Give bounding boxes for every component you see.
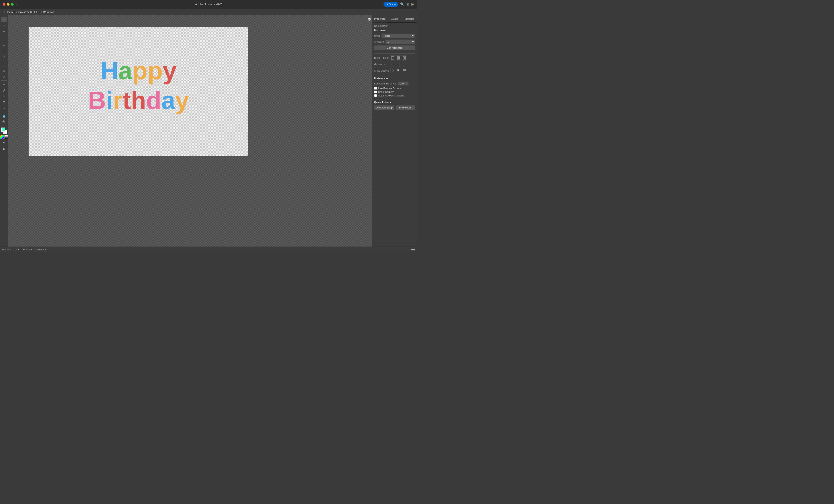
preferences-section-title: Preferences	[374, 77, 415, 80]
pencil-tool[interactable]: ✏	[1, 82, 7, 87]
eyedropper-tool[interactable]: 💧	[1, 113, 7, 119]
preferences-button[interactable]: Preferences	[395, 105, 415, 110]
magic-wand-tool[interactable]: ✦	[1, 28, 7, 34]
scale-tool[interactable]: ⤢	[1, 74, 7, 79]
blob-brush-icon: ⬡	[3, 95, 5, 97]
zoom-level[interactable]: 38.4% ▾	[2, 248, 11, 251]
svg-point-23	[398, 70, 399, 71]
artboard-select[interactable]: 1	[385, 39, 415, 44]
color-mode-btn[interactable]	[0, 135, 4, 139]
scissors-tool[interactable]: ✂	[1, 105, 7, 111]
eraser-icon: ⊡	[3, 100, 5, 104]
snap-to-grid-icon[interactable]	[396, 68, 401, 73]
eyedropper-icon: 💧	[2, 114, 6, 118]
svg-rect-10	[404, 56, 406, 58]
app-title: Adobe Illustrator 2022	[195, 3, 222, 6]
swap-fill-stroke[interactable]: ⇄	[1, 140, 7, 145]
units-select[interactable]: Pixels	[381, 33, 415, 38]
letter-t: t	[123, 86, 131, 114]
scale-corners-label[interactable]: Scale Corners	[378, 91, 394, 93]
line-tool[interactable]: ╱	[1, 54, 7, 60]
share-icon: ⬆	[386, 3, 388, 6]
letter-y2: y	[175, 86, 189, 114]
use-preview-bounds-row: Use Preview Bounds	[374, 87, 415, 90]
guides-icons	[383, 62, 400, 67]
share-button[interactable]: ⬆ Share	[383, 2, 398, 7]
tab-layers[interactable]: Layers	[387, 16, 402, 22]
pixel-grid-icon[interactable]	[402, 55, 407, 61]
blob-brush-tool[interactable]: ⬡	[1, 93, 7, 99]
text-icon: T	[3, 49, 5, 53]
show-guides-icon[interactable]	[383, 62, 388, 67]
ruler-grids-row: Ruler & Grids	[374, 55, 415, 61]
use-preview-bounds-checkbox[interactable]	[374, 87, 377, 90]
tab-close-button[interactable]: ×	[2, 10, 4, 13]
scale-corners-checkbox[interactable]	[374, 91, 377, 93]
pencil-icon: ✏	[3, 83, 5, 86]
edit-artboards-button[interactable]: Edit Artboards	[374, 45, 415, 50]
artboard: Happy Birthday	[28, 27, 248, 156]
chat-icon: 💬	[368, 18, 371, 21]
tabbar: × Happy Birthday.ai* @ 38.4 % (RGB/Previ…	[0, 8, 417, 16]
snap-to-point-icon[interactable]	[390, 68, 395, 73]
snap-to-pixel-icon[interactable]	[402, 68, 407, 73]
use-preview-bounds-label[interactable]: Use Preview Bounds	[378, 87, 401, 90]
zoom-icon: 🔍	[2, 120, 6, 123]
lasso-tool[interactable]: ⌖	[1, 35, 7, 40]
scale-corners-row: Scale Corners	[374, 91, 415, 93]
units-row: Units: Pixels	[374, 33, 415, 38]
pen-tool[interactable]: ✒	[1, 42, 7, 48]
main-layout: ↖ ↗ ✦ ⌖ ✒ T ╱ □ ↻ ⤢ ✏	[0, 16, 417, 247]
selection-icon: ↖	[3, 18, 5, 21]
canvas-area[interactable]: Happy Birthday 💬	[8, 16, 372, 247]
birthday-text[interactable]: Birthday	[29, 87, 248, 114]
rectangle-tool[interactable]: □	[1, 60, 7, 65]
selection-tool[interactable]: ↖	[1, 17, 7, 22]
zoom-tool[interactable]: 🔍	[1, 119, 7, 124]
gradient-mode-btn[interactable]	[4, 135, 8, 139]
home-icon[interactable]: ⌂	[16, 2, 18, 6]
ruler-icon[interactable]	[390, 55, 395, 61]
snap-icons	[390, 68, 407, 73]
eraser-tool[interactable]: ⊡	[1, 99, 7, 105]
draw-mode-tool[interactable]: ⊟	[1, 146, 7, 152]
fill-stroke-colors[interactable]	[1, 128, 7, 134]
scale-strokes-checkbox[interactable]	[374, 94, 377, 97]
next-page-icon[interactable]: ▶	[413, 248, 415, 251]
svg-rect-16	[391, 64, 392, 65]
clear-guides-icon[interactable]	[395, 62, 400, 67]
chat-icon-button[interactable]: 💬	[367, 17, 372, 22]
zoom-dropdown-icon: ▾	[9, 248, 11, 251]
edit-artboards-row: Edit Artboards	[374, 45, 415, 52]
letter-r: r	[113, 86, 123, 114]
grid-icon[interactable]	[396, 55, 401, 61]
document-setup-button[interactable]: Document Setup	[374, 105, 394, 110]
lock-guides-icon[interactable]	[389, 62, 394, 67]
minimize-button[interactable]	[7, 3, 9, 6]
more-tools-button[interactable]: ···	[2, 153, 5, 157]
sidebar-toggle-button[interactable]: ▣	[411, 2, 414, 6]
color-mode-buttons	[0, 135, 8, 139]
statusbar-divider-2	[21, 248, 21, 251]
tab-libraries[interactable]: Libraries	[402, 16, 417, 22]
tab-label[interactable]: Happy Birthday.ai* @ 38.4 % (RGB/Preview…	[6, 10, 55, 13]
close-button[interactable]	[3, 3, 5, 6]
direct-selection-tool[interactable]: ↗	[1, 23, 7, 28]
window-tiles-button[interactable]: ⊞	[407, 2, 409, 6]
text-tool[interactable]: T	[1, 48, 7, 54]
rotate-tool[interactable]: ↻	[1, 68, 7, 73]
keyboard-increment-input[interactable]	[398, 82, 409, 86]
rotation-value[interactable]: 0° ▾	[15, 248, 19, 251]
pen-icon: ✒	[3, 44, 5, 47]
happy-text[interactable]: Happy	[29, 57, 248, 84]
line-icon: ╱	[3, 55, 5, 59]
scale-strokes-label[interactable]: Scale Strokes & Effects	[378, 94, 404, 97]
prev-page-icon[interactable]: ◀	[411, 248, 413, 251]
paintbrush-tool[interactable]: 🖌	[1, 88, 7, 93]
guides-label: Guides	[374, 63, 382, 66]
statusbar-divider-3	[34, 248, 35, 251]
search-button[interactable]: 🔍	[400, 2, 404, 6]
current-tool-label: Selection	[36, 248, 46, 251]
fullscreen-button[interactable]	[11, 3, 14, 6]
tab-properties[interactable]: Properties	[372, 16, 387, 22]
